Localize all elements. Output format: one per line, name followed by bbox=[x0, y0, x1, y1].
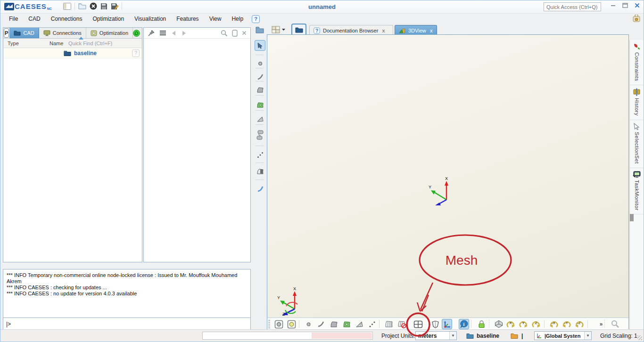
list-icon[interactable] bbox=[159, 30, 166, 36]
trimesh-icon[interactable] bbox=[341, 319, 352, 329]
point-icon[interactable] bbox=[303, 319, 314, 329]
creation-toolbar bbox=[254, 39, 266, 197]
close-tab-icon[interactable]: x bbox=[382, 28, 385, 33]
tab-cad[interactable]: CAD bbox=[9, 28, 39, 38]
svg-text:-X: -X bbox=[552, 320, 555, 325]
resize-grip[interactable] bbox=[637, 335, 642, 340]
open-folder-icon[interactable] bbox=[511, 333, 518, 339]
rotate-neg-y-icon[interactable]: -Y bbox=[561, 319, 571, 329]
optimization-play-icon bbox=[91, 30, 97, 36]
chevron-down-icon[interactable]: ▼ bbox=[449, 332, 456, 340]
point-visibility-alt-icon[interactable] bbox=[286, 319, 297, 329]
group-icon[interactable] bbox=[255, 129, 265, 142]
tab-constraints[interactable]: Constraints bbox=[630, 40, 644, 85]
close-tab-icon[interactable]: x bbox=[430, 28, 433, 33]
scope-folder-icon bbox=[466, 333, 474, 339]
console-input[interactable]: |> bbox=[3, 318, 250, 330]
right-dock-bar: Constraints History SelectionSet TaskMon… bbox=[629, 40, 644, 329]
layout-grid-button[interactable] bbox=[272, 26, 286, 34]
shaded-icon[interactable] bbox=[384, 319, 394, 329]
pin-icon[interactable] bbox=[148, 29, 155, 37]
column-name[interactable]: Name bbox=[50, 41, 66, 46]
menu-file[interactable]: File bbox=[4, 14, 23, 24]
current-scope-label[interactable]: baseline bbox=[477, 333, 499, 339]
page-icon[interactable] bbox=[232, 30, 238, 37]
minimize-button[interactable] bbox=[611, 3, 616, 8]
rotate-neg-z-icon[interactable]: -Z bbox=[573, 319, 584, 329]
curve-icon[interactable] bbox=[316, 319, 326, 329]
arc-icon[interactable] bbox=[255, 183, 265, 194]
solid-icon[interactable] bbox=[255, 166, 265, 177]
editor-toolbar bbox=[144, 28, 250, 39]
toolbar-grip[interactable] bbox=[268, 320, 270, 328]
rotate-y-icon[interactable]: Y bbox=[519, 319, 529, 329]
orientation-triad: X Y Z bbox=[276, 285, 305, 317]
close-panel-icon[interactable] bbox=[242, 31, 247, 35]
menu-connections[interactable]: Connections bbox=[46, 14, 87, 24]
close-button[interactable] bbox=[635, 3, 640, 8]
curve-icon[interactable] bbox=[255, 71, 265, 82]
fan-surface-icon[interactable] bbox=[255, 114, 265, 124]
menu-optimization[interactable]: Optimization bbox=[88, 14, 129, 24]
object-tree-panel: P CAD Connections Optimization Type Name… bbox=[3, 27, 142, 262]
menu-help[interactable]: Help bbox=[227, 14, 248, 24]
scope-folder-icon[interactable] bbox=[256, 26, 264, 33]
refresh-icon[interactable] bbox=[133, 30, 140, 37]
color-swatch-gray[interactable] bbox=[633, 214, 634, 221]
select-cursor-icon[interactable] bbox=[255, 40, 265, 51]
coordinate-system-select[interactable]: |Global Systen ▼ bbox=[534, 331, 592, 340]
menu-view[interactable]: View bbox=[205, 14, 226, 24]
rotate-neg-x-icon[interactable]: -X bbox=[548, 319, 558, 329]
help-icon[interactable]: ? bbox=[252, 15, 260, 23]
trimesh-surface-icon[interactable] bbox=[255, 99, 265, 110]
viewport-toolbar: i X Y Z -X -Y -Z » bbox=[267, 318, 628, 330]
polyline-icon[interactable] bbox=[367, 319, 377, 329]
maximize-button[interactable] bbox=[622, 3, 628, 8]
rotate-z-icon[interactable]: Z bbox=[531, 319, 542, 329]
rotate-x-icon[interactable]: X bbox=[506, 319, 516, 329]
search-icon[interactable] bbox=[221, 30, 228, 37]
surface-icon[interactable] bbox=[255, 84, 265, 95]
tab-optimization[interactable]: Optimization bbox=[86, 28, 133, 38]
window-folder-icon bbox=[295, 27, 303, 33]
cube-icon[interactable] bbox=[494, 319, 504, 329]
tab-selectionset[interactable]: SelectionSet bbox=[630, 120, 644, 168]
tree-row-baseline[interactable]: baseline ? bbox=[3, 48, 142, 58]
svg-text:X: X bbox=[293, 286, 296, 291]
titlebar: CAESES NC unnamed bbox=[0, 0, 644, 14]
lock-icon[interactable] bbox=[476, 319, 487, 329]
svg-text:X: X bbox=[509, 320, 512, 325]
column-type[interactable]: Type bbox=[3, 41, 50, 46]
polyline-icon[interactable] bbox=[255, 149, 265, 160]
svg-text:i: i bbox=[463, 322, 465, 327]
quick-find-input[interactable]: Quick Find (Ctrl+F) bbox=[66, 41, 112, 46]
point-visibility-icon[interactable] bbox=[273, 319, 284, 329]
row-help-button[interactable]: ? bbox=[132, 49, 140, 57]
zoom-icon[interactable] bbox=[610, 319, 620, 329]
quick-access-input[interactable] bbox=[544, 2, 601, 11]
arrow-right-icon[interactable] bbox=[181, 30, 187, 36]
taskmonitor-icon bbox=[633, 171, 641, 178]
menu-visualization[interactable]: Visualization bbox=[130, 14, 171, 24]
chevron-down-icon[interactable]: ▼ bbox=[584, 332, 591, 340]
tab-taskmonitor[interactable]: TaskMonitor bbox=[630, 168, 644, 215]
svg-text:Y: Y bbox=[522, 320, 525, 325]
menu-cad[interactable]: CAD bbox=[24, 14, 45, 24]
shield-icon[interactable] bbox=[430, 319, 440, 329]
svg-text:Y: Y bbox=[429, 185, 431, 189]
arrow-left-icon[interactable] bbox=[171, 30, 177, 36]
axes-tool-icon[interactable] bbox=[442, 319, 452, 329]
p-button[interactable]: P bbox=[4, 28, 9, 38]
mesh-toggle-button[interactable] bbox=[413, 319, 423, 329]
surface-icon[interactable] bbox=[329, 319, 339, 329]
svg-text:-Y: -Y bbox=[564, 320, 568, 325]
fan-icon[interactable] bbox=[354, 319, 364, 329]
units-select[interactable]: meters ▼ bbox=[415, 331, 457, 340]
shaded-off-icon[interactable] bbox=[396, 319, 407, 329]
license-icon[interactable] bbox=[632, 15, 641, 23]
menu-features[interactable]: Features bbox=[172, 14, 203, 24]
tab-history[interactable]: History bbox=[630, 85, 644, 120]
3d-viewport[interactable]: X Y X Y Z i X Y Z bbox=[267, 34, 629, 330]
info-tool-icon[interactable]: i bbox=[459, 319, 469, 329]
point-icon[interactable] bbox=[255, 58, 265, 69]
